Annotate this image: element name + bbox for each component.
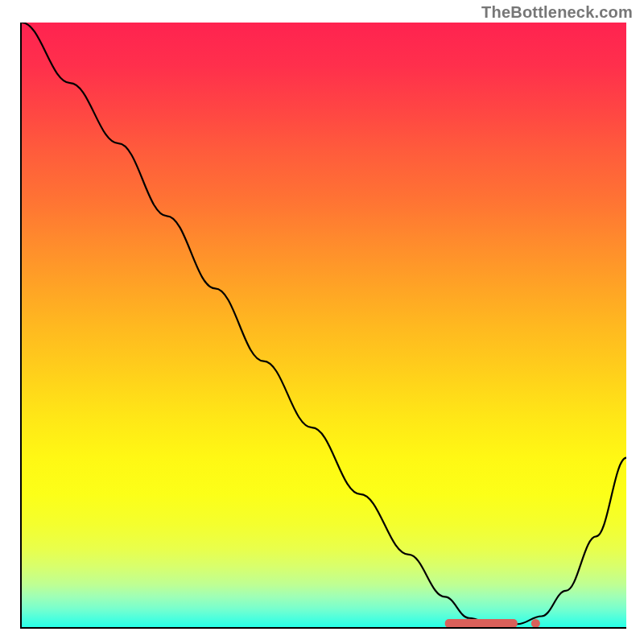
optimal-point-dot	[531, 619, 540, 627]
optimal-range-bar	[445, 619, 518, 627]
bottleneck-curve	[22, 23, 626, 624]
attribution-label: TheBottleneck.com	[481, 3, 633, 22]
chart-axes-frame	[20, 23, 626, 629]
chart-svg-layer	[22, 23, 626, 627]
